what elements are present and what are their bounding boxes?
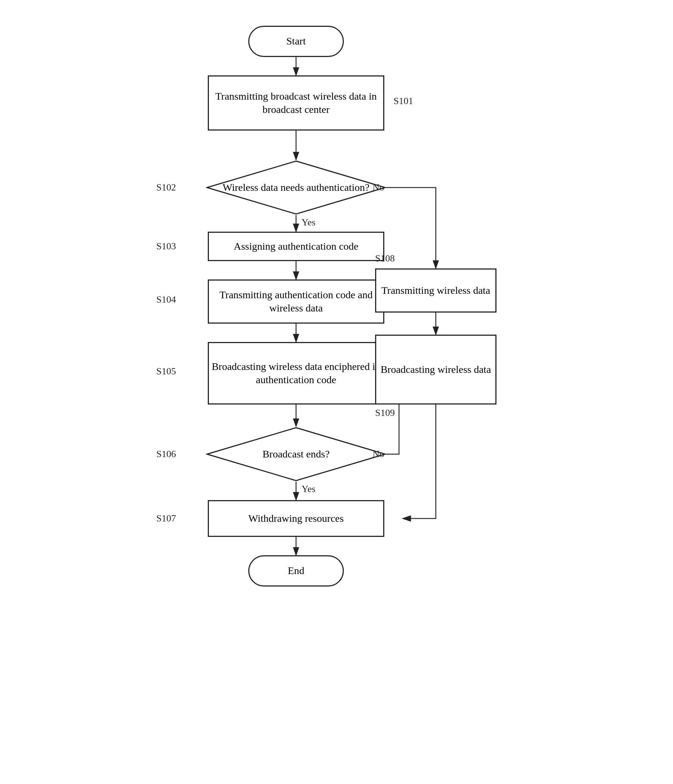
s105-text: Broadcasting wireless data enciphered in… (209, 360, 383, 387)
s106-label: S106 (156, 449, 176, 460)
end-label: End (288, 564, 304, 577)
s101-text: Transmitting broadcast wireless data in … (209, 90, 383, 117)
s109-text: Broadcasting wireless data (381, 363, 491, 376)
s109-label: S109 (375, 408, 395, 418)
s106-text: Broadcast ends? (252, 447, 341, 461)
s108-box: Transmitting wireless data (375, 268, 497, 313)
start-label: Start (287, 34, 306, 48)
s101-label: S101 (394, 96, 413, 107)
s109-box: Broadcasting wireless data (375, 334, 497, 404)
end-shape: End (248, 555, 344, 586)
start-shape: Start (248, 26, 344, 57)
s107-box: Withdrawing resources (208, 500, 384, 537)
s108-label: S108 (375, 253, 395, 264)
s105-box: Broadcasting wireless data enciphered in… (208, 342, 384, 404)
s105-label: S105 (156, 366, 176, 377)
s103-box: Assigning authentication code (208, 232, 384, 261)
yes1-label: Yes (302, 217, 316, 228)
s107-label: S107 (156, 513, 176, 524)
s104-label: S104 (156, 294, 176, 305)
s106-diamond: Broadcast ends? (206, 426, 386, 482)
s104-text: Transmitting authentication code and wir… (209, 288, 383, 315)
s103-label: S103 (156, 241, 176, 252)
s102-label: S102 (156, 182, 176, 193)
s103-text: Assigning authentication code (234, 240, 358, 253)
s101-box: Transmitting broadcast wireless data in … (208, 75, 384, 131)
s102-text: Wireless data needs authentication? (212, 180, 380, 194)
s104-box: Transmitting authentication code and wir… (208, 280, 384, 324)
s108-text: Transmitting wireless data (382, 284, 490, 297)
s107-text: Withdrawing resources (248, 512, 343, 525)
yes2-label: Yes (302, 484, 316, 495)
s102-diamond: Wireless data needs authentication? (206, 160, 386, 215)
flowchart-diagram: Start Transmitting broadcast wireless da… (134, 15, 539, 772)
no2-label: No (372, 449, 384, 460)
